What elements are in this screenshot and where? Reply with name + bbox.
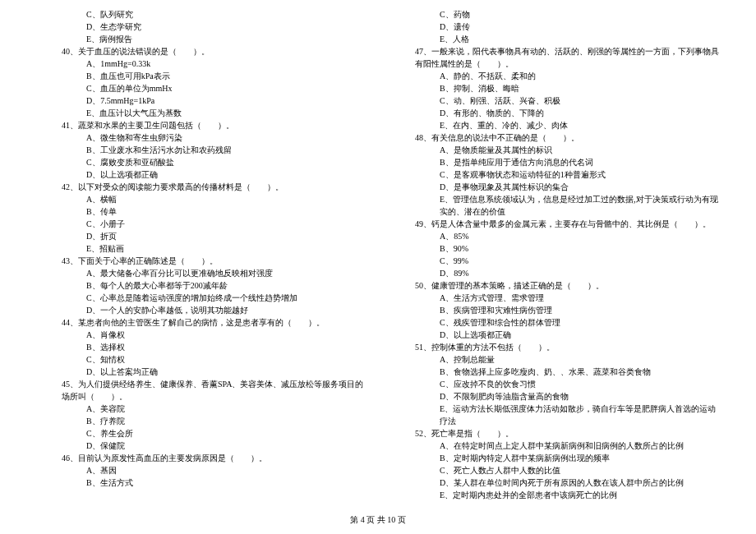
option-text: D、以上选项都正确: [390, 329, 719, 341]
option-text: B、抑制、消极、晦暗: [390, 82, 719, 94]
option-text: A、是物质能量及其属性的标识: [390, 144, 719, 156]
question-text: 43、下面关于心率的正确陈述是（ ）。: [37, 255, 366, 267]
option-text: C、应改掉不良的饮食习惯: [390, 378, 719, 390]
option-text: A、微生物和寄生虫卵污染: [37, 131, 366, 144]
option-text: A、控制总能量: [390, 353, 719, 366]
question-text: 45、为人们提供经络养生、健康保养、香薰SPA、美容美体、减压放松等服务项目的场…: [37, 378, 366, 403]
option-text: C、血压的单位为mmHx: [37, 82, 366, 94]
question-text: 51、控制体重的方法不包括（ ）。: [390, 341, 719, 353]
option-text: E、血压计以大气压为基数: [37, 107, 366, 119]
option-text: C、99%: [390, 255, 719, 267]
option-text: E、病例报告: [37, 33, 366, 45]
option-text: A、基因: [37, 464, 366, 476]
option-text: D、7.5mmHg=1kPa: [37, 94, 366, 107]
option-text: B、食物选择上应多吃瘦肉、奶、、水果、蔬菜和谷类食物: [390, 366, 719, 378]
option-text: E、定时期内患处并的全部患者中该病死亡的比例: [390, 489, 719, 501]
option-text: A、最大储备心率百分比可以更准确地反映相对强度: [37, 267, 366, 279]
option-text: D、不限制肥肉等油脂含量高的食物: [390, 390, 719, 403]
question-text: 47、一般来说，阳代表事物具有动的、活跃的、刚强的等属性的一方面，下列事物具有阳…: [390, 45, 719, 70]
option-text: A、在特定时间点上定人群中某病新病例和旧病例的人数所占的比例: [390, 440, 719, 452]
option-text: C、是客观事物状态和运动特征的1种普遍形式: [390, 168, 719, 181]
right-column: C、药物 D、遗传 E、人格 47、一般来说，阳代表事物具有动的、活跃的、刚强的…: [378, 8, 731, 501]
option-text: B、疾病管理和灾难性病伤管理: [390, 304, 719, 316]
page-footer: 第 4 页 共 10 页: [0, 514, 756, 526]
option-text: D、以上答案均正确: [37, 366, 366, 378]
option-text: B、定时期内特定人群中某病新病例出现的频率: [390, 452, 719, 464]
option-text: E、招贴画: [37, 242, 366, 255]
option-text: C、残疾管理和综合性的群体管理: [390, 316, 719, 329]
option-text: D、有形的、物质的、下降的: [390, 107, 719, 119]
option-text: B、90%: [390, 242, 719, 255]
option-text: C、药物: [390, 8, 719, 21]
option-text: C、腐败变质和亚硝酸盐: [37, 156, 366, 168]
option-text: D、是事物现象及其属性标识的集合: [390, 181, 719, 193]
option-text: E、运动方法长期低强度体力活动如散步，骑自行车等是肥胖病人首选的运动疗法: [390, 403, 719, 427]
option-text: D、一个人的安静心率越低，说明其功能越好: [37, 304, 366, 316]
question-text: 44、某患者向他的主管医生了解自己的病情，这是患者享有的（ ）。: [37, 316, 366, 329]
option-text: D、遗传: [390, 21, 719, 33]
option-text: B、工业废水和生活污水勿让和农药残留: [37, 144, 366, 156]
option-text: B、是指单纯应用于通信方向消息的代名词: [390, 156, 719, 168]
option-text: C、知情权: [37, 353, 366, 366]
option-text: E、管理信息系统领域认为，信息是经过加工过的数据,对于决策或行动为有现实的、潜在…: [390, 193, 719, 218]
option-text: A、85%: [390, 230, 719, 242]
option-text: C、养生会所: [37, 427, 366, 440]
left-column: C、队列研究 D、生态学研究 E、病例报告 40、关于血压的说法错误的是（ ）。…: [25, 8, 378, 501]
option-text: B、疗养院: [37, 415, 366, 427]
option-text: A、生活方式管理、需求管理: [390, 292, 719, 304]
question-text: 49、钙是人体含量中最多的金属元素，主要存在与骨骼中的、其比例是（ ）。: [390, 218, 719, 230]
option-text: D、以上选项都正确: [37, 168, 366, 181]
option-text: E、人格: [390, 33, 719, 45]
question-text: 52、死亡率是指（ ）。: [390, 427, 719, 440]
question-text: 41、蔬菜和水果的主要卫生问题包括（ ）。: [37, 119, 366, 131]
option-text: E、在内、重的、冷的、减少、肉体: [390, 119, 719, 131]
option-text: A、美容院: [37, 403, 366, 415]
option-text: B、生活方式: [37, 476, 366, 489]
option-text: C、动、刚强、活跃、兴奋、积极: [390, 94, 719, 107]
option-text: D、生态学研究: [37, 21, 366, 33]
question-text: 48、有关信息的说法中不正确的是（ ）。: [390, 131, 719, 144]
option-text: C、队列研究: [37, 8, 366, 21]
option-text: C、小册子: [37, 218, 366, 230]
question-text: 42、以下对受众的阅读能力要求最高的传播材料是（ ）。: [37, 181, 366, 193]
option-text: D、某人群在单位时间内死于所有原因的人数在该人群中所占的比例: [390, 476, 719, 489]
option-text: C、心率总是随着运动强度的增加始终成一个线性趋势增加: [37, 292, 366, 304]
question-text: 50、健康管理的基本策略，描述正确的是（ ）。: [390, 279, 719, 292]
option-text: B、每个人的最大心率都等于200减年龄: [37, 279, 366, 292]
option-text: A、静的、不括跃、柔和的: [390, 70, 719, 82]
question-text: 46、目前认为原发性高血压的主要发病原因是（ ）。: [37, 452, 366, 464]
option-text: B、传单: [37, 205, 366, 218]
option-text: B、血压也可用kPa表示: [37, 70, 366, 82]
question-text: 40、关于血压的说法错误的是（ ）。: [37, 45, 366, 58]
option-text: B、选择权: [37, 341, 366, 353]
option-text: A、1mmHg=0.33k: [37, 58, 366, 70]
option-text: A、肖像权: [37, 329, 366, 341]
option-text: C、死亡人数占人群中人数的比值: [390, 464, 719, 476]
option-text: D、89%: [390, 267, 719, 279]
option-text: A、横幅: [37, 193, 366, 205]
option-text: D、折页: [37, 230, 366, 242]
option-text: D、保健院: [37, 440, 366, 452]
